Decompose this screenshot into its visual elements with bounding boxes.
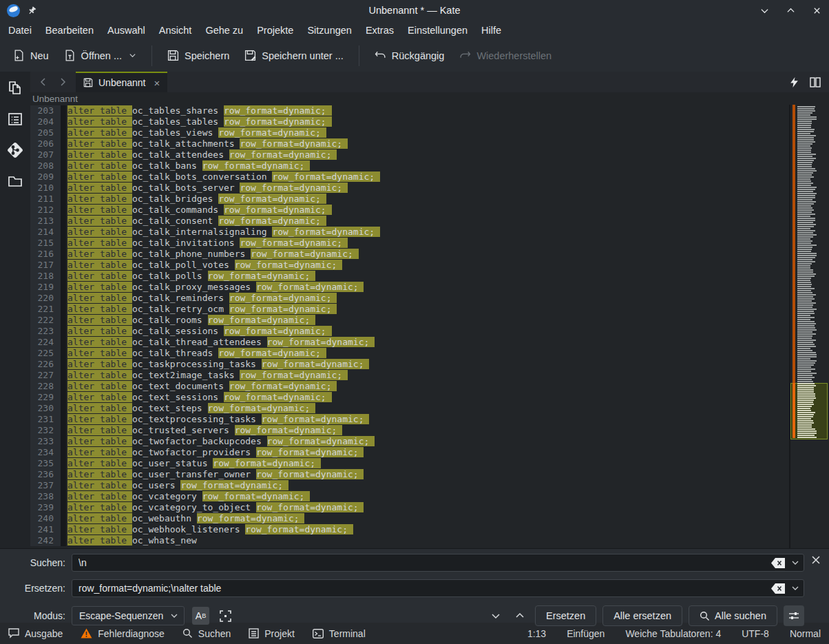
code-line[interactable]: 224alter table oc_talk_thread_attendees … [30, 337, 789, 348]
close-icon[interactable] [811, 5, 822, 16]
save-button[interactable]: Speichern [161, 45, 235, 66]
code-line[interactable]: 213alter table oc_talk_consent row_forma… [30, 216, 789, 227]
menu-extras[interactable]: Extras [359, 23, 401, 38]
redo-button[interactable]: Wiederherstellen [453, 45, 558, 66]
documents-icon[interactable] [6, 79, 24, 97]
menu-gehe-zu[interactable]: Gehe zu [198, 23, 250, 38]
code-line[interactable]: 215alter table oc_talk_invitations row_f… [30, 238, 789, 249]
clear-replace-icon[interactable] [771, 583, 785, 594]
split-view-icon[interactable] [810, 77, 821, 87]
code-line[interactable]: 204alter table oc_tables_tables row_form… [30, 116, 789, 127]
find-input[interactable] [72, 554, 804, 572]
save-as-button[interactable]: Speichern unter ... [238, 45, 350, 66]
code-line[interactable]: 230alter table oc_text_steps row_format=… [30, 403, 789, 414]
menu-bearbeiten[interactable]: Bearbeiten [39, 23, 101, 38]
menu-einstellungen[interactable]: Einstellungen [401, 23, 474, 38]
tab-forward-icon[interactable] [58, 77, 67, 87]
open-dropdown-icon[interactable] [129, 52, 136, 59]
breadcrumb[interactable]: Unbenannt [30, 92, 829, 105]
search-in-selection-icon[interactable] [217, 607, 234, 625]
replace-input[interactable] [72, 579, 804, 597]
pin-icon[interactable] [27, 6, 37, 16]
code-line[interactable]: 210alter table oc_talk_bots_server row_f… [30, 183, 789, 194]
code-line[interactable]: 212alter table oc_talk_commands row_form… [30, 205, 789, 216]
code-line[interactable]: 231alter table oc_textprocessing_tasks r… [30, 414, 789, 425]
code-line[interactable]: 220alter table oc_talk_reminders row_for… [30, 293, 789, 304]
code-line[interactable]: 203alter table oc_tables_shares row_form… [30, 105, 789, 116]
code-line[interactable]: 236alter table oc_user_transfer_owner ro… [30, 469, 789, 480]
menu-auswahl[interactable]: Auswahl [101, 23, 152, 38]
maximize-icon[interactable] [785, 5, 796, 16]
terminal-panel-button[interactable]: Terminal [313, 628, 366, 639]
menu-ansicht[interactable]: Ansicht [152, 23, 199, 38]
code-line[interactable]: 227alter table oc_text2image_tasks row_f… [30, 370, 789, 381]
code-line[interactable]: 239alter table oc_vcategory_to_object ro… [30, 502, 789, 513]
code-line[interactable]: 228alter table oc_text_documents row_for… [30, 381, 789, 392]
git-icon[interactable] [6, 141, 24, 159]
code-line[interactable]: 240alter table oc_webauthn row_format=dy… [30, 513, 789, 524]
code-line[interactable]: 205alter table oc_tables_views row_forma… [30, 127, 789, 138]
code-line[interactable]: 209alter table oc_talk_bots_conversation… [30, 172, 789, 183]
mode-select[interactable]: Escape-Sequenzen [72, 606, 185, 625]
code-line[interactable]: 234alter table oc_twofactor_providers ro… [30, 447, 789, 458]
clear-find-icon[interactable] [771, 558, 785, 568]
new-button[interactable]: Neu [7, 45, 55, 66]
close-search-icon[interactable] [811, 555, 821, 565]
code-line[interactable]: 218alter table oc_talk_polls row_format=… [30, 271, 789, 282]
output-panel-button[interactable]: Ausgabe [8, 628, 63, 639]
open-button[interactable]: Öffnen ... [58, 45, 143, 66]
encoding[interactable]: UTF-8 [742, 628, 769, 639]
search-options-icon[interactable] [784, 605, 804, 626]
code-line[interactable]: 225alter table oc_talk_threads row_forma… [30, 348, 789, 359]
find-all-button[interactable]: Alle suchen [689, 605, 777, 626]
insert-mode[interactable]: Einfügen [567, 628, 605, 639]
quick-open-icon[interactable] [790, 77, 799, 87]
tab-back-icon[interactable] [39, 77, 48, 87]
code-line[interactable]: 242alter table oc_whats_new [30, 535, 789, 546]
menu-datei[interactable]: Datei [1, 23, 39, 38]
tab-settings[interactable]: Weiche Tabulatoren: 4 [625, 628, 721, 639]
menu-hilfe[interactable]: Hilfe [474, 23, 508, 38]
code-line[interactable]: 226alter table oc_taskprocessing_tasks r… [30, 359, 789, 370]
code-line[interactable]: 235alter table oc_user_status row_format… [30, 458, 789, 469]
code-line[interactable]: 232alter table oc_trusted_servers row_fo… [30, 425, 789, 436]
cursor-position[interactable]: 1:13 [527, 628, 546, 639]
code-line[interactable]: 233alter table oc_twofactor_backupcodes … [30, 436, 789, 447]
code-line[interactable]: 216alter table oc_talk_phone_numbers row… [30, 249, 789, 260]
code-line[interactable]: 241alter table oc_webhook_listeners row_… [30, 524, 789, 535]
menu-sitzungen[interactable]: Sitzungen [300, 23, 359, 38]
replace-history-icon[interactable] [791, 584, 799, 592]
diagnostics-panel-button[interactable]: Fehlerdiagnose [81, 628, 165, 639]
code-line[interactable]: 217alter table oc_talk_poll_votes row_fo… [30, 260, 789, 271]
find-prev-icon[interactable] [511, 607, 529, 625]
replace-button[interactable]: Ersetzen [535, 605, 596, 626]
code-line[interactable]: 237alter table oc_users row_format=dynam… [30, 480, 789, 491]
tab-close-icon[interactable]: × [154, 77, 160, 89]
code-line[interactable]: 214alter table oc_talk_internalsignaling… [30, 227, 789, 238]
folder-icon[interactable] [6, 172, 24, 190]
undo-button[interactable]: Rückgängig [368, 45, 451, 66]
search-panel-button[interactable]: Suchen [182, 628, 231, 639]
tab-unbenannt[interactable]: Unbenannt × [76, 72, 167, 92]
minimize-icon[interactable] [759, 5, 770, 16]
highlight-mode[interactable]: Normal [790, 628, 821, 639]
code-line[interactable]: 208alter table oc_talk_bans row_format=d… [30, 160, 789, 172]
match-case-button[interactable]: AB [192, 607, 209, 625]
code-line[interactable]: 211alter table oc_talk_bridges row_forma… [30, 194, 789, 205]
minimap-scrollbar[interactable] [789, 105, 829, 548]
code-line[interactable]: 223alter table oc_talk_sessions row_form… [30, 326, 789, 337]
code-lines[interactable]: 203alter table oc_tables_shares row_form… [30, 105, 789, 548]
symbols-list-icon[interactable] [6, 110, 24, 128]
code-line[interactable]: 238alter table oc_vcategory row_format=d… [30, 491, 789, 502]
menu-projekte[interactable]: Projekte [250, 23, 300, 38]
code-line[interactable]: 207alter table oc_talk_attendees row_for… [30, 149, 789, 160]
code-line[interactable]: 206alter table oc_talk_attachments row_f… [30, 138, 789, 149]
find-next-icon[interactable] [487, 607, 505, 625]
code-line[interactable]: 222alter table oc_talk_rooms row_format=… [30, 315, 789, 326]
code-line[interactable]: 221alter table oc_talk_retry_ocm row_for… [30, 304, 789, 315]
code-line[interactable]: 229alter table oc_text_sessions row_form… [30, 392, 789, 403]
code-line[interactable]: 219alter table oc_talk_proxy_messages ro… [30, 282, 789, 293]
project-panel-button[interactable]: Projekt [249, 628, 295, 639]
replace-all-button[interactable]: Alle ersetzen [602, 605, 682, 626]
find-history-icon[interactable] [791, 559, 799, 567]
